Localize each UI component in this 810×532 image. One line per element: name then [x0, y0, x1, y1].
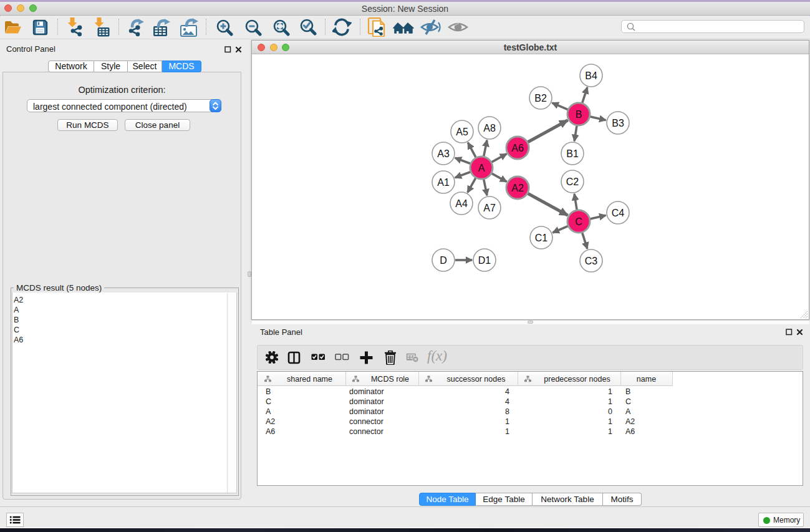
- svg-text:C: C: [575, 216, 582, 227]
- svg-text:C2: C2: [566, 177, 579, 187]
- svg-text:B: B: [576, 109, 582, 120]
- svg-text:A: A: [478, 163, 485, 173]
- svg-text:C3: C3: [585, 256, 598, 266]
- svg-text:B1: B1: [566, 148, 579, 159]
- svg-text:A8: A8: [483, 123, 496, 133]
- svg-text:B2: B2: [534, 93, 547, 104]
- svg-text:A6: A6: [511, 143, 524, 153]
- svg-text:A3: A3: [437, 148, 450, 159]
- svg-text:A1: A1: [437, 177, 450, 188]
- svg-text:C4: C4: [612, 208, 625, 218]
- svg-text:C1: C1: [535, 233, 548, 243]
- svg-text:B3: B3: [612, 118, 624, 128]
- svg-text:D1: D1: [478, 255, 491, 266]
- svg-text:A7: A7: [483, 203, 496, 213]
- svg-text:D: D: [440, 255, 447, 266]
- svg-text:A2: A2: [511, 183, 524, 193]
- svg-text:A5: A5: [456, 127, 468, 137]
- svg-text:B4: B4: [585, 70, 597, 81]
- svg-text:A4: A4: [455, 198, 468, 209]
